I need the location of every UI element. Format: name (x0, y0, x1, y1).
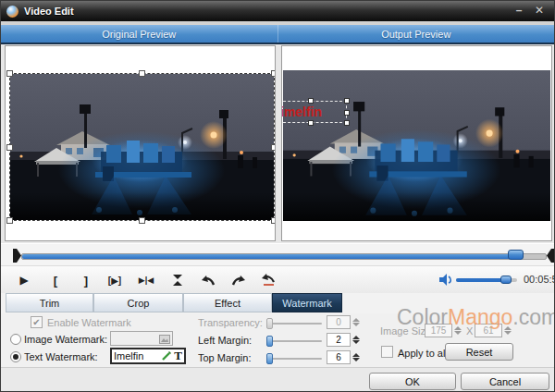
crop-handle-n[interactable] (139, 70, 145, 77)
enable-watermark-checkbox[interactable]: ✔ (31, 316, 43, 328)
crop-handle-sw[interactable] (6, 217, 13, 224)
play-icon: ▶ (19, 274, 28, 287)
trim-end-marker[interactable] (547, 249, 555, 263)
transparency-spinner[interactable] (351, 315, 362, 329)
font-settings-icon[interactable]: T (174, 349, 182, 363)
preview-region: imelfin (1, 44, 554, 243)
cancel-button[interactable]: Cancel (461, 373, 549, 390)
restore-button[interactable] (256, 270, 280, 290)
reset-button[interactable]: Reset (445, 343, 513, 361)
flip-vertical-button[interactable] (166, 270, 190, 290)
crop-handle-se[interactable] (271, 217, 276, 224)
left-margin-value[interactable]: 2 (327, 333, 351, 347)
trim-start-marker[interactable] (13, 249, 21, 263)
time-readout: 00:05:51 / 00:06:05 (524, 274, 555, 285)
rotate-left-button[interactable] (196, 270, 220, 290)
wm-handle-se[interactable] (344, 120, 350, 126)
wm-handle-n[interactable] (308, 98, 314, 104)
top-margin-handle[interactable] (266, 353, 273, 364)
text-watermark-value[interactable]: Imelfin (114, 350, 159, 361)
volume-handle[interactable] (500, 276, 512, 284)
rotate-right-button[interactable] (227, 270, 251, 290)
brand-mango: Mango (448, 305, 512, 329)
original-video-frame (10, 74, 274, 220)
enable-watermark-label: Enable Watermark (47, 317, 131, 328)
brand-color: Color (397, 305, 448, 329)
watermark-selection[interactable]: imelfin (281, 101, 347, 123)
watermark-text-overlay: imelfin (281, 104, 322, 119)
flip-vertical-icon (171, 274, 184, 287)
window-title: Video Edit (24, 6, 74, 17)
crop-handle-e[interactable] (271, 144, 276, 151)
left-margin-spinner[interactable] (351, 333, 362, 347)
minimize-button[interactable]: – (512, 4, 526, 17)
original-preview-pane (5, 45, 276, 241)
output-video-image (283, 70, 550, 221)
left-margin-slider[interactable] (266, 340, 322, 342)
tab-watermark[interactable]: Watermark (272, 293, 342, 312)
trim-end-icon: ] (84, 274, 88, 288)
seek-handle[interactable] (508, 250, 524, 260)
top-margin-label: Top Margin: (198, 352, 251, 363)
left-margin-handle[interactable] (266, 336, 273, 347)
rotate-right-icon (231, 275, 246, 287)
image-watermark-input[interactable] (110, 331, 173, 346)
output-preview-label: Output Preview (278, 25, 555, 43)
output-preview-pane: imelfin (281, 45, 552, 241)
close-button[interactable]: ✕ (532, 4, 547, 17)
browse-image-icon[interactable] (159, 335, 170, 344)
title-bar: Video Edit – ✕ (1, 1, 554, 21)
preview-header: Original Preview Output Preview (1, 25, 554, 44)
image-watermark-label: Image Watermark: (24, 334, 107, 345)
top-margin-value[interactable]: 6 (327, 350, 351, 364)
rotate-left-icon (201, 275, 216, 287)
left-margin-label: Left Margin: (198, 335, 252, 346)
app-icon (6, 6, 18, 18)
font-color-pen-icon[interactable] (161, 350, 172, 361)
transparency-handle[interactable] (266, 318, 273, 329)
apply-to-all-label: Apply to all (398, 348, 448, 359)
crop-handle-w[interactable] (6, 144, 13, 151)
footer-bar: OK Cancel (1, 367, 554, 392)
transport-bar: ▶ [ ] [▶] ▶|◀ (1, 265, 554, 294)
top-margin-slider[interactable] (266, 358, 322, 360)
wm-handle-ne[interactable] (344, 98, 350, 104)
crop-handle-nw[interactable] (6, 70, 13, 77)
volume-level (456, 278, 506, 282)
transparency-value[interactable]: 0 (327, 315, 351, 329)
volume-track[interactable] (456, 278, 517, 282)
trim-start-icon: [ (54, 274, 57, 288)
video-edit-window: Video Edit – ✕ Original Preview Output P… (0, 0, 555, 392)
play-button[interactable]: ▶ (12, 270, 36, 290)
crop-selection[interactable] (9, 73, 275, 221)
crop-handle-ne[interactable] (271, 70, 276, 77)
tab-crop[interactable]: Crop (93, 293, 183, 312)
tab-trim[interactable]: Trim (6, 293, 93, 312)
wm-handle-e[interactable] (344, 110, 350, 116)
transparency-label: Transparency: (198, 317, 263, 328)
set-trim-start-button[interactable]: [ (43, 270, 68, 290)
tab-effect[interactable]: Effect (183, 293, 272, 312)
play-segment-icon: [▶] (108, 276, 121, 286)
image-watermark-radio[interactable] (10, 334, 21, 345)
ok-button[interactable]: OK (369, 373, 456, 390)
wm-handle-s[interactable] (308, 120, 314, 126)
restore-icon (261, 274, 276, 287)
frame-step-button[interactable]: ▶|◀ (134, 270, 158, 290)
text-watermark-input[interactable]: Imelfin T (110, 348, 186, 364)
text-watermark-radio[interactable] (10, 351, 21, 362)
play-segment-button[interactable]: [▶] (103, 270, 127, 290)
frame-step-icon: ▶|◀ (139, 276, 154, 285)
output-video-frame: imelfin (283, 70, 550, 221)
seek-track[interactable] (21, 253, 547, 260)
seek-progress (22, 254, 519, 259)
volume-icon[interactable] (439, 274, 453, 287)
timeline (1, 243, 554, 266)
crop-handle-s[interactable] (139, 217, 145, 224)
transparency-slider[interactable] (266, 323, 322, 325)
original-preview-label: Original Preview (1, 25, 278, 43)
set-trim-end-button[interactable]: ] (74, 270, 98, 290)
top-margin-spinner[interactable] (351, 350, 362, 364)
apply-to-all-checkbox[interactable] (381, 346, 393, 358)
brand-com: .com (512, 305, 555, 329)
